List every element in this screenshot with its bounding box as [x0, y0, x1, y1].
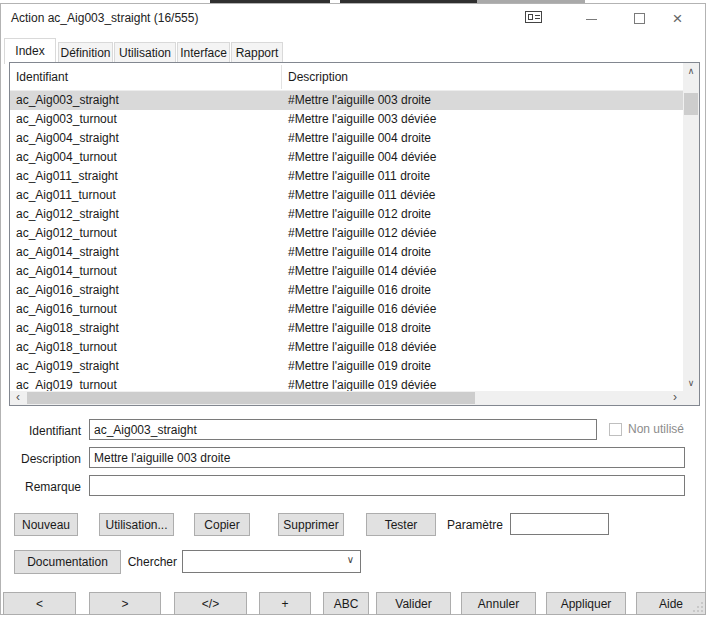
scroll-down-icon[interactable]: ∨: [683, 375, 699, 391]
column-divider[interactable]: [281, 65, 282, 89]
list-row[interactable]: ac_Aig014_straight#Mettre l'aiguille 014…: [10, 243, 683, 262]
list-header: Identifiant Description: [10, 63, 683, 91]
utilisation-button[interactable]: Utilisation...: [99, 513, 174, 536]
vertical-scrollbar[interactable]: ∧ ∨: [683, 63, 699, 391]
list-row[interactable]: ac_Aig018_straight#Mettre l'aiguille 018…: [10, 319, 683, 338]
horizontal-scrollbar[interactable]: ‹ ›: [10, 391, 683, 405]
row-identifiant: ac_Aig016_straight: [16, 281, 119, 300]
scrollbar-corner: [683, 391, 699, 405]
column-header-identifiant[interactable]: Identifiant: [16, 70, 68, 84]
close-icon: ×: [673, 9, 683, 28]
description-label: Description: [1, 452, 81, 466]
row-identifiant: ac_Aig011_straight: [16, 167, 118, 186]
scroll-left-icon[interactable]: ‹: [10, 391, 26, 405]
row-identifiant: ac_Aig004_turnout: [16, 148, 117, 167]
list-row[interactable]: ac_Aig012_straight#Mettre l'aiguille 012…: [10, 205, 683, 224]
tab-interface[interactable]: Interface: [177, 42, 230, 63]
row-identifiant: ac_Aig012_turnout: [16, 224, 117, 243]
parametre-field[interactable]: [510, 513, 609, 535]
chercher-label: Chercher: [123, 555, 177, 569]
row-description: #Mettre l'aiguille 016 déviée: [288, 300, 436, 319]
row-identifiant: ac_Aig014_turnout: [16, 262, 117, 281]
row-description: #Mettre l'aiguille 003 déviée: [288, 110, 436, 129]
minimize-icon: [586, 19, 597, 20]
vertical-scroll-thumb[interactable]: [684, 93, 698, 115]
row-identifiant: ac_Aig018_straight: [16, 319, 119, 338]
row-description: #Mettre l'aiguille 012 déviée: [288, 224, 436, 243]
copier-button[interactable]: Copier: [194, 513, 250, 536]
identifiant-label: Identifiant: [1, 424, 81, 438]
row-description: #Mettre l'aiguille 016 droite: [288, 281, 431, 300]
row-identifiant: ac_Aig019_turnout: [16, 376, 117, 391]
scroll-right-icon[interactable]: ›: [667, 391, 683, 405]
list-row[interactable]: ac_Aig016_turnout#Mettre l'aiguille 016 …: [10, 300, 683, 319]
abc-button[interactable]: ABC: [323, 592, 369, 615]
row-identifiant: ac_Aig014_straight: [16, 243, 119, 262]
list-row[interactable]: ac_Aig011_turnout#Mettre l'aiguille 011 …: [10, 186, 683, 205]
list-row[interactable]: ac_Aig018_turnout#Mettre l'aiguille 018 …: [10, 338, 683, 357]
list-rows: ac_Aig003_straight#Mettre l'aiguille 003…: [10, 91, 683, 391]
horizontal-scroll-thumb[interactable]: [27, 392, 475, 404]
row-description: #Mettre l'aiguille 019 déviée: [288, 376, 436, 391]
non-utilise-checkbox[interactable]: [609, 423, 622, 436]
list-row[interactable]: ac_Aig016_straight#Mettre l'aiguille 016…: [10, 281, 683, 300]
supprimer-button[interactable]: Supprimer: [278, 513, 344, 536]
valider-button[interactable]: Valider: [376, 592, 451, 615]
tab-rapport[interactable]: Rapport: [231, 42, 283, 63]
maximize-icon: [634, 13, 645, 24]
list-row[interactable]: ac_Aig011_straight#Mettre l'aiguille 011…: [10, 167, 683, 186]
row-description: #Mettre l'aiguille 003 droite: [288, 91, 431, 110]
chevron-down-icon: ∨: [347, 554, 354, 565]
list-row[interactable]: ac_Aig019_straight#Mettre l'aiguille 019…: [10, 357, 683, 376]
row-description: #Mettre l'aiguille 014 droite: [288, 243, 431, 262]
tab-definition[interactable]: Définition: [58, 42, 113, 63]
scroll-up-icon[interactable]: ∧: [683, 63, 699, 79]
remarque-label: Remarque: [1, 480, 81, 494]
row-description: #Mettre l'aiguille 011 déviée: [288, 186, 436, 205]
list-row[interactable]: ac_Aig003_straight#Mettre l'aiguille 003…: [10, 91, 683, 110]
code-button[interactable]: </>: [174, 592, 247, 615]
appliquer-button[interactable]: Appliquer: [546, 592, 626, 615]
minimize-button[interactable]: [569, 4, 614, 33]
dialog-window: Action ac_Aig003_straight (16/555) × Ind…: [0, 3, 706, 615]
parametre-label: Paramètre: [441, 518, 503, 532]
row-description: #Mettre l'aiguille 018 droite: [288, 319, 431, 338]
previous-button[interactable]: <: [3, 592, 76, 615]
column-header-description[interactable]: Description: [288, 70, 348, 84]
row-identifiant: ac_Aig016_turnout: [16, 300, 117, 319]
chercher-combobox[interactable]: ∨: [182, 550, 361, 573]
list-row[interactable]: ac_Aig014_turnout#Mettre l'aiguille 014 …: [10, 262, 683, 281]
next-button[interactable]: >: [89, 592, 161, 615]
row-description: #Mettre l'aiguille 011 droite: [288, 167, 430, 186]
list-row[interactable]: ac_Aig012_turnout#Mettre l'aiguille 012 …: [10, 224, 683, 243]
row-description: #Mettre l'aiguille 004 droite: [288, 129, 431, 148]
identifiant-field[interactable]: [89, 419, 597, 440]
nouveau-button[interactable]: Nouveau: [14, 513, 78, 536]
add-button[interactable]: +: [259, 592, 311, 615]
close-button[interactable]: ×: [655, 4, 700, 33]
row-description: #Mettre l'aiguille 014 déviée: [288, 262, 436, 281]
window-list-icon[interactable]: [525, 11, 542, 23]
row-description: #Mettre l'aiguille 004 déviée: [288, 148, 436, 167]
non-utilise-label: Non utilisé: [628, 422, 684, 436]
row-description: #Mettre l'aiguille 019 droite: [288, 357, 431, 376]
remarque-field[interactable]: [89, 475, 685, 496]
tab-utilisation[interactable]: Utilisation: [114, 42, 176, 63]
list-row[interactable]: ac_Aig019_turnout#Mettre l'aiguille 019 …: [10, 376, 683, 391]
annuler-button[interactable]: Annuler: [461, 592, 536, 615]
list-row[interactable]: ac_Aig004_straight#Mettre l'aiguille 004…: [10, 129, 683, 148]
list-row[interactable]: ac_Aig003_turnout#Mettre l'aiguille 003 …: [10, 110, 683, 129]
titlebar: Action ac_Aig003_straight (16/555) ×: [1, 4, 705, 33]
row-identifiant: ac_Aig019_straight: [16, 357, 119, 376]
row-identifiant: ac_Aig012_straight: [16, 205, 119, 224]
row-description: #Mettre l'aiguille 018 déviée: [288, 338, 436, 357]
tester-button[interactable]: Tester: [366, 513, 436, 536]
tab-index[interactable]: Index: [4, 38, 56, 64]
description-field[interactable]: [89, 447, 685, 468]
row-identifiant: ac_Aig003_straight: [16, 91, 119, 110]
documentation-button[interactable]: Documentation: [14, 550, 121, 574]
list-row[interactable]: ac_Aig004_turnout#Mettre l'aiguille 004 …: [10, 148, 683, 167]
window-title: Action ac_Aig003_straight (16/555): [11, 11, 198, 25]
row-description: #Mettre l'aiguille 012 droite: [288, 205, 431, 224]
resize-grip[interactable]: [691, 600, 703, 612]
